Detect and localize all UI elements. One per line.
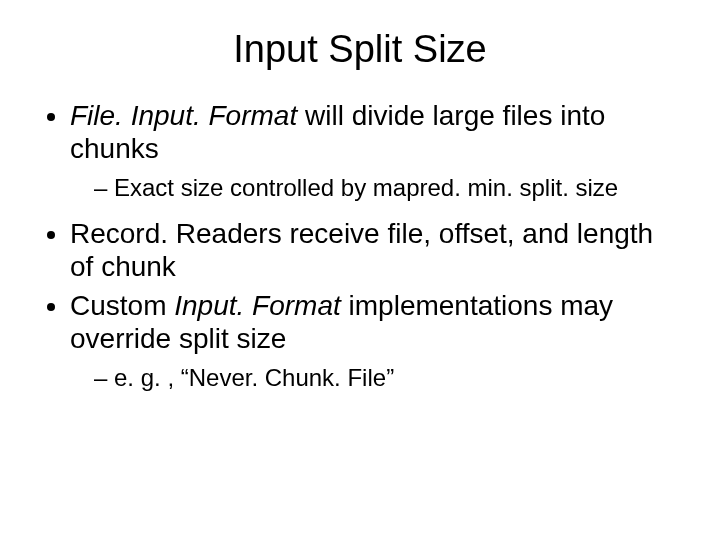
bullet-3-italic: Input. Format: [174, 290, 341, 321]
bullet-3-sublist: e. g. , “Never. Chunk. File”: [70, 363, 680, 393]
bullet-3: Custom Input. Format implementations may…: [70, 289, 680, 393]
bullet-list: File. Input. Format will divide large fi…: [40, 99, 680, 393]
bullet-3-pre: Custom: [70, 290, 174, 321]
slide: Input Split Size File. Input. Format wil…: [0, 0, 720, 540]
bullet-1: File. Input. Format will divide large fi…: [70, 99, 680, 203]
slide-title: Input Split Size: [40, 28, 680, 71]
bullet-2: Record. Readers receive file, offset, an…: [70, 217, 680, 283]
bullet-1-italic: File. Input. Format: [70, 100, 297, 131]
bullet-1-sublist: Exact size controlled by mapred. min. sp…: [70, 173, 680, 203]
bullet-3-sub-1: e. g. , “Never. Chunk. File”: [94, 363, 680, 393]
bullet-1-sub-1: Exact size controlled by mapred. min. sp…: [94, 173, 680, 203]
